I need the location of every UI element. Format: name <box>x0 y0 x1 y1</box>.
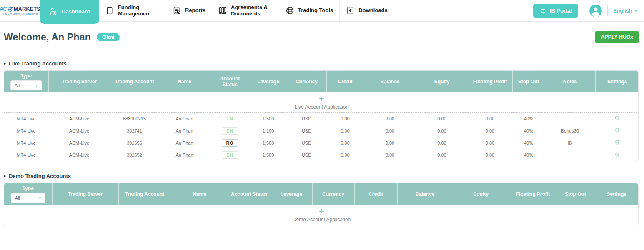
cell-type: MT4 Live <box>4 137 48 149</box>
table-row: MT4 Live ACM-Live 302652 An Phan EN 1:50… <box>4 149 639 161</box>
demo-account-application[interactable]: + Demo Account Application <box>4 205 639 225</box>
type-filter-label: Type <box>6 73 47 79</box>
column-header: Floating Profit <box>509 183 557 205</box>
logo-subtitle: ASIA CAPITAL MARKETS <box>2 13 38 16</box>
table-row: MT4 Live ACM-Live 302741 An Phan EN 1:10… <box>4 125 639 137</box>
brand-logo[interactable]: AC MARKETS ASIA CAPITAL MARKETS <box>0 0 40 21</box>
cell-equity: 0.00 <box>416 112 468 125</box>
nav-label: Reports <box>185 8 205 14</box>
status-badge: EN <box>222 127 238 135</box>
bullet-icon: • <box>4 173 6 179</box>
cell-floating-profit: 0.00 <box>468 137 512 149</box>
column-header: Floating Profit <box>468 71 512 92</box>
apply-hubx-button[interactable]: APPLY HUBx <box>595 31 639 43</box>
status-badge: EN <box>222 151 238 159</box>
cell-floating-profit: 0.00 <box>468 112 512 125</box>
type-filter-label: Type <box>6 185 50 191</box>
column-header: Credit <box>326 71 364 92</box>
cell-leverage: 1:500 <box>250 137 287 149</box>
cell-currency: USD <box>287 149 326 161</box>
nav-label: Dashboard <box>62 9 90 15</box>
cell-currency: USD <box>287 112 326 125</box>
topbar-right: IB Portal English ∨ <box>533 0 644 21</box>
nav-item-reports[interactable]: Reports <box>166 0 212 21</box>
bullet-icon: • <box>4 61 6 67</box>
cell-account: 302656 <box>110 137 159 149</box>
nav-item-funding-management[interactable]: Funding Management <box>99 0 166 21</box>
cell-balance: 0.00 <box>364 112 416 125</box>
live-account-application[interactable]: + Live Account Application <box>4 92 639 112</box>
column-header: Stop Out <box>512 71 545 92</box>
cell-account: 302652 <box>110 149 159 161</box>
cell-stop-out: 40% <box>512 137 545 149</box>
nav-item-trading-tools[interactable]: Trading Tools <box>279 0 339 21</box>
cell-balance: 0.00 <box>364 137 416 149</box>
language-selector[interactable]: English ∨ <box>613 8 637 14</box>
nav-label: Agreements & Documents <box>231 5 273 17</box>
cell-credit: 0.00 <box>326 112 364 125</box>
table-row: MT4 Live ACM-Live 888900215 An Phan EN 1… <box>4 112 639 125</box>
cell-notes: Bonus30 <box>545 125 595 137</box>
cell-server: ACM-Live <box>48 125 110 137</box>
nav-item-agreements-documents[interactable]: Agreements & Documents <box>212 0 279 21</box>
column-header: Trading Server <box>52 183 118 205</box>
gear-icon[interactable]: ⚙ <box>614 115 620 122</box>
cell-leverage: 1:100 <box>250 125 287 137</box>
column-header: Equity <box>453 183 509 205</box>
type-filter-select[interactable]: All ∨ <box>11 193 45 203</box>
cell-leverage: 1:500 <box>250 112 287 125</box>
cell-settings: ⚙ <box>595 112 639 125</box>
cell-settings: ⚙ <box>595 125 639 137</box>
reports-icon <box>173 6 181 15</box>
language-label: English <box>613 8 632 14</box>
cell-leverage: 1:500 <box>250 149 287 161</box>
logo-chart-arrow-icon <box>7 6 13 12</box>
cell-stop-out: 40% <box>512 125 545 137</box>
column-header: Name <box>159 71 210 92</box>
section-title-label: Live Trading Accounts <box>9 60 67 67</box>
cell-stop-out: 40% <box>512 149 545 161</box>
column-header: Account Status <box>210 71 250 92</box>
divider <box>607 5 608 16</box>
nav-item-downloads[interactable]: Downloads <box>339 0 393 21</box>
column-header: Stop Out <box>557 183 594 205</box>
demo-table-header-row: Type All ∨ Trading Server Trading Accoun… <box>4 183 639 205</box>
live-accounts-section-title: • Live Trading Accounts <box>4 60 639 67</box>
divider <box>584 5 584 16</box>
user-avatar[interactable] <box>589 5 602 17</box>
gear-icon[interactable]: ⚙ <box>614 139 620 146</box>
cell-name: An Phan <box>159 125 210 137</box>
cell-currency: USD <box>287 125 326 137</box>
cell-status: RO <box>210 137 250 149</box>
cell-name: An Phan <box>159 137 210 149</box>
column-header: Leverage <box>250 71 287 92</box>
column-header: Credit <box>354 183 397 205</box>
column-header: Trading Account <box>110 71 159 92</box>
type-filter-select[interactable]: All ∨ <box>10 80 42 90</box>
plus-icon: + <box>4 207 639 215</box>
cell-equity: 0.00 <box>416 125 468 137</box>
ib-portal-button[interactable]: IB Portal <box>533 4 578 18</box>
cell-server: ACM-Live <box>48 112 110 125</box>
live-accounts-table: Type All ∨ Trading Server Trading Accoun… <box>4 70 639 161</box>
welcome-row: Welcome, An Phan Client APPLY HUBx <box>4 31 639 43</box>
chevron-down-icon: ∨ <box>634 9 637 13</box>
column-header: Currency <box>287 71 326 92</box>
cell-balance: 0.00 <box>364 149 416 161</box>
table-row: MT4 Live ACM-Live 302656 An Phan RO 1:50… <box>4 137 639 149</box>
agreements-icon <box>218 6 227 15</box>
cell-notes <box>545 149 595 161</box>
nav-item-dashboard[interactable]: Dashboard <box>40 0 99 24</box>
logo-prefix: AC <box>0 6 7 12</box>
swap-arrows-icon <box>539 7 546 14</box>
gear-icon[interactable]: ⚙ <box>614 151 620 158</box>
cell-notes <box>545 112 595 125</box>
gear-icon[interactable]: ⚙ <box>614 127 620 134</box>
select-chevron-icon: ∨ <box>35 83 38 88</box>
live-account-application-row: + Live Account Application <box>4 92 639 112</box>
section-title-label: Demo Trading Accounts <box>9 173 71 179</box>
column-header: Name <box>171 183 228 205</box>
user-avatar-icon <box>589 5 602 17</box>
trading-tools-icon <box>286 6 294 15</box>
cell-account: 302741 <box>110 125 159 137</box>
